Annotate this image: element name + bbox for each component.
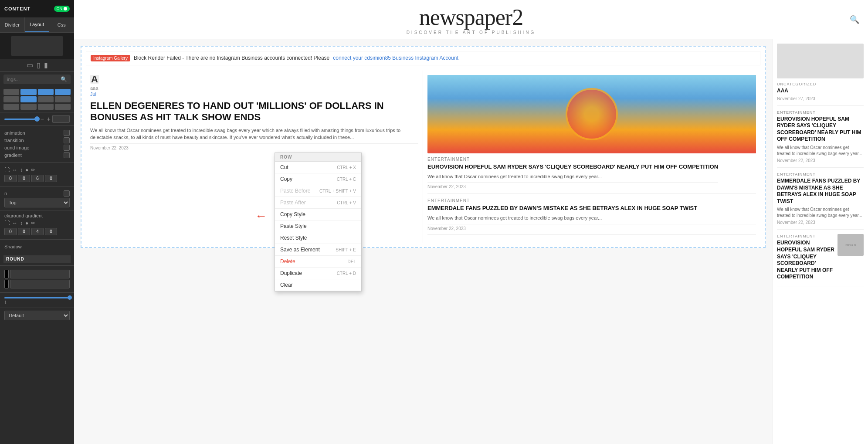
tab-layout[interactable]: Layout xyxy=(25,17,50,32)
site-subtitle: Discover the art of publishing xyxy=(407,30,536,35)
color-row-1 xyxy=(4,270,70,278)
fullscreen-icon-2[interactable]: ⛶ xyxy=(4,220,10,226)
art2-title-right: EMMERDALE FANS PUZZLED BY DAWN'S MISTAKE… xyxy=(427,205,756,212)
icon-row-1: ⛶ ↔ ↕ ● ✏ xyxy=(4,167,70,173)
ctx-cut[interactable]: Cut CTRL + X xyxy=(275,162,361,173)
art-title-right: EUROVISION HOPEFUL SAM RYDER SAYS 'CLIQU… xyxy=(427,163,718,171)
ctx-paste-after-shortcut: CTRL + V xyxy=(337,200,356,205)
rs-title-3[interactable]: EMMERDALE FANS PUZZLED BY DAWN'S MISTAKE… xyxy=(777,178,864,205)
ctx-duplicate[interactable]: Duplicate CTRL + D xyxy=(275,268,361,279)
bg-spacing-left[interactable] xyxy=(45,228,57,235)
fullscreen-icon[interactable]: ⛶ xyxy=(4,167,10,173)
layout-cell-4[interactable] xyxy=(55,89,71,95)
ctx-paste-before[interactable]: Paste Before CTRL + SHIFT + V xyxy=(275,185,361,197)
resize-v-icon[interactable]: ↕ xyxy=(20,167,23,173)
bg-spacing-top[interactable] xyxy=(4,228,17,235)
rs-article-1: UNCATEGORIZED AAA November 27, 2023 xyxy=(777,82,864,106)
color-swatch-2[interactable] xyxy=(4,280,9,288)
layout-cell-9[interactable] xyxy=(3,104,19,110)
spacing-top[interactable] xyxy=(4,175,17,182)
n-label: n xyxy=(4,191,7,196)
resize-h-icon[interactable]: ↔ xyxy=(12,167,17,173)
instagram-link[interactable]: connect your cdsimion85 Business Instagr… xyxy=(333,55,460,61)
ctx-paste-style[interactable]: Paste Style xyxy=(275,220,361,232)
spacing-right[interactable] xyxy=(18,175,30,182)
instagram-badge: Instagram Gallery xyxy=(91,55,130,61)
rs-title-1[interactable]: AAA xyxy=(777,88,864,95)
animation-label: animation xyxy=(4,130,25,136)
art-category-right: ENTERTAINMENT xyxy=(427,157,718,162)
layout-cell-11[interactable] xyxy=(38,104,54,110)
opacity-fill xyxy=(4,297,70,298)
toggle-on[interactable]: ON xyxy=(54,6,70,12)
size-input[interactable]: 15 xyxy=(52,115,70,123)
carousel-center xyxy=(566,88,618,140)
ctx-paste-after[interactable]: Paste After CTRL + V xyxy=(275,197,361,209)
layout-cell-10[interactable] xyxy=(20,104,36,110)
art2-excerpt-right: We all know that Oscar nominees get trea… xyxy=(427,214,756,222)
pencil-icon[interactable]: ✏ xyxy=(31,167,35,173)
spacing-inputs-2 xyxy=(4,228,70,235)
color-input-1[interactable] xyxy=(10,270,70,278)
transition-checkbox[interactable] xyxy=(64,137,70,143)
mobile-icon[interactable]: ▮ xyxy=(44,61,48,69)
dot-icon-2[interactable]: ● xyxy=(25,220,28,226)
layout-cell-8[interactable] xyxy=(55,96,71,102)
animation-checkbox[interactable] xyxy=(64,130,70,136)
ctx-reset-style[interactable]: Reset Style xyxy=(275,232,361,244)
select-section: n Top xyxy=(0,186,74,210)
resize-v-icon-2[interactable]: ↕ xyxy=(20,220,23,226)
layout-cell-6[interactable] xyxy=(20,96,36,102)
round-section-title: ROUND xyxy=(0,253,74,265)
rs-placeholder-sm: 300 × 0 xyxy=(837,234,864,256)
layout-cell-12[interactable] xyxy=(55,104,71,110)
layout-cell-5[interactable] xyxy=(3,96,19,102)
ctx-delete[interactable]: Delete DEL xyxy=(275,256,361,268)
gradient-row: gradient xyxy=(4,152,70,158)
pencil-icon-2[interactable]: ✏ xyxy=(31,220,35,226)
spacing-bottom[interactable] xyxy=(31,175,44,182)
rs-title-2[interactable]: EUROVISION HOPEFUL SAM RYDER SAYS 'CLIQU… xyxy=(777,116,864,143)
ctx-clear[interactable]: Clear xyxy=(275,279,361,291)
color-input-2[interactable] xyxy=(10,280,70,288)
color-swatch-1[interactable] xyxy=(4,270,9,278)
spacing-left[interactable] xyxy=(45,175,57,182)
opacity-thumb[interactable] xyxy=(68,295,72,300)
transition-label: transition xyxy=(4,138,24,143)
bg-spacing-right[interactable] xyxy=(18,228,30,235)
article-area: Instagram Gallery Block Render Failed - … xyxy=(74,39,772,444)
layout-cell-3[interactable] xyxy=(38,89,54,95)
search-box: 🔍 xyxy=(3,75,71,84)
bg-spacing-bottom[interactable] xyxy=(31,228,44,235)
opacity-section: 1 xyxy=(0,292,74,308)
desktop-icon[interactable]: ▭ xyxy=(27,61,33,69)
tab-css[interactable]: Css xyxy=(49,17,74,32)
n-checkbox[interactable] xyxy=(64,190,70,197)
select-checkbox-row: n xyxy=(4,190,70,197)
search-button-top[interactable]: 🔍 xyxy=(850,15,859,24)
layout-cell-1[interactable] xyxy=(3,89,19,95)
sidebar-tabs: Divider Layout Css xyxy=(0,17,74,33)
layout-cell-2[interactable] xyxy=(20,89,36,95)
ctx-copy[interactable]: Copy CTRL + C xyxy=(275,173,361,185)
layout-cell-7[interactable] xyxy=(38,96,54,102)
ctx-copy-style[interactable]: Copy Style xyxy=(275,209,361,220)
ctx-paste-before-label: Paste Before xyxy=(280,188,310,194)
main-content: newspaper2 Discover the art of publishin… xyxy=(74,0,868,444)
ctx-clear-label: Clear xyxy=(280,282,293,288)
rs-title-4[interactable]: EUROVISION HOPEFUL SAM RYDER SAYS 'CLIQU… xyxy=(777,240,835,281)
resize-h-icon-2[interactable]: ↔ xyxy=(12,220,17,226)
gradient-checkbox[interactable] xyxy=(64,152,70,158)
tablet-icon[interactable]: ▯ xyxy=(37,61,41,69)
increase-btn[interactable]: + xyxy=(47,115,51,122)
tab-divider[interactable]: Divider xyxy=(0,17,25,32)
ctx-save-element[interactable]: Save as Element SHIFT + E xyxy=(275,244,361,256)
dot-icon[interactable]: ● xyxy=(25,167,28,173)
search-input[interactable] xyxy=(7,77,61,82)
layout-grid xyxy=(0,87,74,112)
default-select[interactable]: Default xyxy=(4,311,70,320)
bg-image-checkbox[interactable] xyxy=(64,145,70,151)
top-select[interactable]: Top xyxy=(4,198,70,207)
decrease-btn[interactable]: − xyxy=(41,115,44,122)
bg-image-row: ound image xyxy=(4,145,70,151)
